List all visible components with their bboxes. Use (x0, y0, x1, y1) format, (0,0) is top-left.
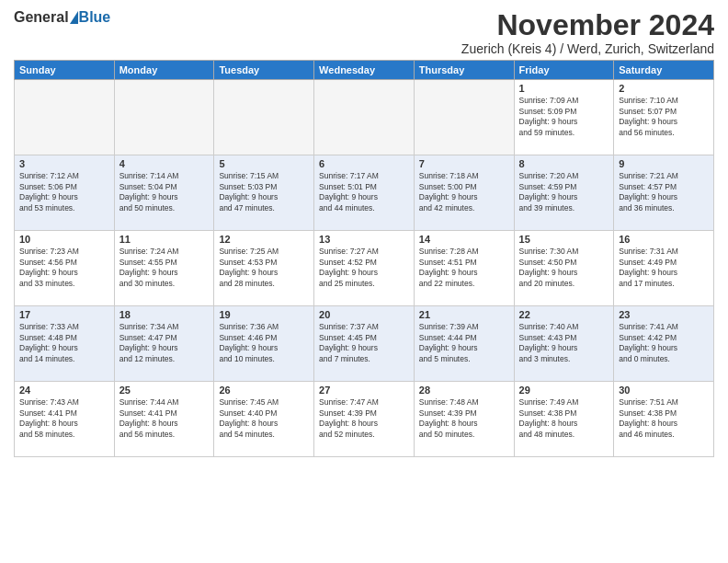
header: General Blue November 2024 Zuerich (Krei… (14, 9, 714, 56)
day-info: Sunrise: 7:23 AM Sunset: 4:56 PM Dayligh… (19, 247, 109, 289)
table-cell: 7Sunrise: 7:18 AM Sunset: 5:00 PM Daylig… (414, 155, 514, 231)
table-cell: 14Sunrise: 7:28 AM Sunset: 4:51 PM Dayli… (414, 231, 514, 306)
table-cell: 22Sunrise: 7:40 AM Sunset: 4:43 PM Dayli… (514, 306, 614, 382)
day-number: 21 (419, 309, 509, 320)
table-cell: 27Sunrise: 7:47 AM Sunset: 4:39 PM Dayli… (314, 382, 415, 457)
day-number: 5 (219, 158, 309, 169)
day-info: Sunrise: 7:24 AM Sunset: 4:55 PM Dayligh… (119, 247, 210, 289)
week-row-1: 1Sunrise: 7:09 AM Sunset: 5:09 PM Daylig… (15, 80, 714, 155)
table-cell: 12Sunrise: 7:25 AM Sunset: 4:53 PM Dayli… (214, 231, 314, 306)
col-friday: Friday (514, 61, 614, 80)
col-thursday: Thursday (414, 61, 514, 80)
day-number: 10 (19, 234, 109, 245)
table-cell: 8Sunrise: 7:20 AM Sunset: 4:59 PM Daylig… (514, 155, 614, 231)
table-cell: 1Sunrise: 7:09 AM Sunset: 5:09 PM Daylig… (514, 80, 614, 155)
day-number: 9 (619, 158, 709, 169)
day-info: Sunrise: 7:41 AM Sunset: 4:42 PM Dayligh… (619, 322, 709, 364)
day-info: Sunrise: 7:30 AM Sunset: 4:50 PM Dayligh… (519, 247, 609, 289)
day-info: Sunrise: 7:18 AM Sunset: 5:00 PM Dayligh… (419, 171, 509, 213)
table-cell: 18Sunrise: 7:34 AM Sunset: 4:47 PM Dayli… (114, 306, 214, 382)
table-cell (414, 80, 514, 155)
day-info: Sunrise: 7:43 AM Sunset: 4:41 PM Dayligh… (19, 397, 109, 440)
day-number: 14 (419, 234, 509, 245)
col-saturday: Saturday (614, 61, 714, 80)
day-info: Sunrise: 7:10 AM Sunset: 5:07 PM Dayligh… (619, 96, 709, 138)
table-cell: 16Sunrise: 7:31 AM Sunset: 4:49 PM Dayli… (614, 231, 714, 306)
col-monday: Monday (114, 61, 214, 80)
day-number: 8 (519, 158, 609, 169)
day-number: 27 (319, 385, 409, 396)
day-info: Sunrise: 7:33 AM Sunset: 4:48 PM Dayligh… (19, 322, 109, 364)
col-sunday: Sunday (15, 61, 115, 80)
day-number: 2 (619, 83, 709, 94)
table-cell: 9Sunrise: 7:21 AM Sunset: 4:57 PM Daylig… (614, 155, 714, 231)
day-info: Sunrise: 7:25 AM Sunset: 4:53 PM Dayligh… (219, 247, 309, 289)
table-cell: 26Sunrise: 7:45 AM Sunset: 4:40 PM Dayli… (214, 382, 314, 457)
day-number: 13 (319, 234, 409, 245)
table-cell: 25Sunrise: 7:44 AM Sunset: 4:41 PM Dayli… (114, 382, 214, 457)
table-cell: 20Sunrise: 7:37 AM Sunset: 4:45 PM Dayli… (314, 306, 415, 382)
day-number: 26 (219, 385, 309, 396)
day-info: Sunrise: 7:21 AM Sunset: 4:57 PM Dayligh… (619, 171, 709, 213)
page: General Blue November 2024 Zuerich (Krei… (0, 0, 728, 563)
day-info: Sunrise: 7:44 AM Sunset: 4:41 PM Dayligh… (119, 397, 210, 440)
day-number: 11 (119, 234, 210, 245)
day-info: Sunrise: 7:14 AM Sunset: 5:04 PM Dayligh… (119, 171, 210, 213)
table-cell: 10Sunrise: 7:23 AM Sunset: 4:56 PM Dayli… (15, 231, 115, 306)
day-number: 20 (319, 309, 409, 320)
day-info: Sunrise: 7:36 AM Sunset: 4:46 PM Dayligh… (219, 322, 309, 364)
day-info: Sunrise: 7:28 AM Sunset: 4:51 PM Dayligh… (419, 247, 509, 289)
day-number: 12 (219, 234, 309, 245)
calendar: Sunday Monday Tuesday Wednesday Thursday… (14, 60, 714, 457)
table-cell: 30Sunrise: 7:51 AM Sunset: 4:38 PM Dayli… (614, 382, 714, 457)
logo-blue-triangle (70, 11, 78, 24)
table-cell (314, 80, 415, 155)
day-info: Sunrise: 7:47 AM Sunset: 4:39 PM Dayligh… (319, 397, 409, 440)
week-row-2: 3Sunrise: 7:12 AM Sunset: 5:06 PM Daylig… (15, 155, 714, 231)
day-number: 16 (619, 234, 709, 245)
day-number: 29 (519, 385, 609, 396)
day-info: Sunrise: 7:48 AM Sunset: 4:39 PM Dayligh… (419, 397, 509, 440)
day-number: 3 (19, 158, 109, 169)
day-info: Sunrise: 7:37 AM Sunset: 4:45 PM Dayligh… (319, 322, 409, 364)
location: Zuerich (Kreis 4) / Werd, Zurich, Switze… (461, 41, 714, 56)
day-number: 7 (419, 158, 509, 169)
table-cell: 3Sunrise: 7:12 AM Sunset: 5:06 PM Daylig… (15, 155, 115, 231)
day-info: Sunrise: 7:20 AM Sunset: 4:59 PM Dayligh… (519, 171, 609, 213)
table-cell: 21Sunrise: 7:39 AM Sunset: 4:44 PM Dayli… (414, 306, 514, 382)
day-number: 24 (19, 385, 109, 396)
day-info: Sunrise: 7:45 AM Sunset: 4:40 PM Dayligh… (219, 397, 309, 440)
day-number: 4 (119, 158, 210, 169)
table-cell: 6Sunrise: 7:17 AM Sunset: 5:01 PM Daylig… (314, 155, 415, 231)
table-cell: 24Sunrise: 7:43 AM Sunset: 4:41 PM Dayli… (15, 382, 115, 457)
table-cell: 28Sunrise: 7:48 AM Sunset: 4:39 PM Dayli… (414, 382, 514, 457)
day-number: 15 (519, 234, 609, 245)
day-number: 6 (319, 158, 409, 169)
table-cell: 4Sunrise: 7:14 AM Sunset: 5:04 PM Daylig… (114, 155, 214, 231)
table-cell: 17Sunrise: 7:33 AM Sunset: 4:48 PM Dayli… (15, 306, 115, 382)
logo: General Blue (14, 9, 110, 26)
table-cell (214, 80, 314, 155)
title-section: November 2024 Zuerich (Kreis 4) / Werd, … (461, 9, 714, 56)
table-cell: 5Sunrise: 7:15 AM Sunset: 5:03 PM Daylig… (214, 155, 314, 231)
day-number: 23 (619, 309, 709, 320)
col-tuesday: Tuesday (214, 61, 314, 80)
day-info: Sunrise: 7:40 AM Sunset: 4:43 PM Dayligh… (519, 322, 609, 364)
table-cell: 29Sunrise: 7:49 AM Sunset: 4:38 PM Dayli… (514, 382, 614, 457)
week-row-4: 17Sunrise: 7:33 AM Sunset: 4:48 PM Dayli… (15, 306, 714, 382)
table-cell: 19Sunrise: 7:36 AM Sunset: 4:46 PM Dayli… (214, 306, 314, 382)
day-info: Sunrise: 7:12 AM Sunset: 5:06 PM Dayligh… (19, 171, 109, 213)
day-number: 30 (619, 385, 709, 396)
day-info: Sunrise: 7:49 AM Sunset: 4:38 PM Dayligh… (519, 397, 609, 440)
table-cell (114, 80, 214, 155)
day-number: 18 (119, 309, 210, 320)
logo-general: General (14, 9, 69, 26)
day-info: Sunrise: 7:39 AM Sunset: 4:44 PM Dayligh… (419, 322, 509, 364)
day-info: Sunrise: 7:34 AM Sunset: 4:47 PM Dayligh… (119, 322, 210, 364)
month-title: November 2024 (461, 9, 714, 41)
day-number: 1 (519, 83, 609, 94)
col-wednesday: Wednesday (314, 61, 415, 80)
day-number: 17 (19, 309, 109, 320)
calendar-header-row: Sunday Monday Tuesday Wednesday Thursday… (15, 61, 714, 80)
day-number: 28 (419, 385, 509, 396)
